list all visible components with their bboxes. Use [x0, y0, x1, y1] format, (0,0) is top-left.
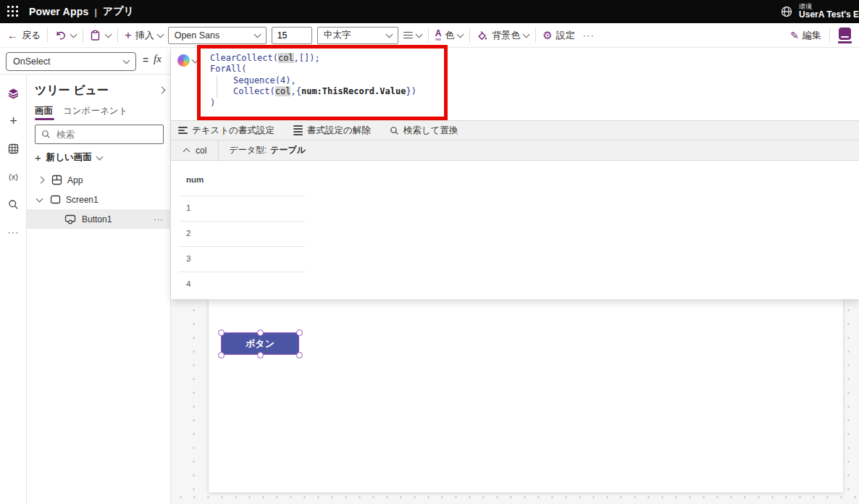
environment-icon: [780, 5, 793, 18]
edit-button[interactable]: ✎ 編集: [790, 29, 821, 42]
fill-chevron-icon: [523, 30, 530, 38]
resize-handle[interactable]: [296, 329, 303, 336]
new-screen-chevron-icon: [96, 153, 103, 160]
property-select[interactable]: OnSelect: [6, 52, 136, 71]
paste-chevron-icon[interactable]: [105, 30, 112, 38]
align-button[interactable]: [403, 32, 422, 39]
font-color-button[interactable]: A 色: [435, 29, 464, 42]
resize-handle[interactable]: [296, 352, 303, 358]
variables-rail-button[interactable]: (x): [0, 168, 27, 185]
clipboard-icon: [90, 30, 101, 41]
datatype-value: テーブル: [270, 144, 306, 156]
insert-button[interactable]: + 挿入: [125, 29, 162, 42]
canvas-area[interactable]: ボタン: [171, 299, 859, 504]
copilot-icon: [177, 54, 190, 67]
environment-picker[interactable]: 環境 UserA Test's E: [780, 3, 859, 20]
item-more-button[interactable]: ···: [154, 215, 164, 224]
copilot-button[interactable]: [177, 54, 198, 67]
command-toolbar: ← 戻る + 挿入 Open Sans: [0, 23, 859, 48]
canvas-grid-dots: [846, 303, 851, 502]
tab-screens[interactable]: 画面: [35, 105, 53, 117]
search-input[interactable]: [55, 129, 145, 140]
table-divider: [179, 196, 305, 196]
fill-color-label: 背景色: [492, 29, 520, 42]
more-icon: ···: [8, 227, 20, 238]
divider: [829, 28, 830, 43]
font-weight-value: 中太字: [324, 29, 351, 41]
search-rail-button[interactable]: [0, 196, 27, 213]
table-divider: [179, 246, 305, 247]
find-replace-label: 検索して置換: [403, 125, 458, 137]
plus-icon: +: [9, 114, 17, 129]
comments-badge[interactable]: [838, 28, 852, 43]
layers-icon: [7, 88, 20, 100]
tab-components[interactable]: コンポーネント: [63, 105, 127, 117]
font-family-select[interactable]: Open Sans: [168, 27, 267, 44]
divider: [47, 28, 48, 43]
divider: [218, 140, 219, 160]
table-divider: [179, 272, 305, 272]
data-grid-icon: [8, 143, 19, 154]
left-rail: + (x) ···: [0, 75, 27, 504]
brand-separator: |: [94, 7, 96, 17]
chevron-down-icon[interactable]: [36, 195, 43, 202]
undo-chevron-icon[interactable]: [70, 30, 77, 38]
edit-label: 編集: [803, 29, 821, 42]
table-row: 3: [186, 253, 190, 264]
resize-handle[interactable]: [257, 352, 264, 358]
active-tab-underline: [35, 118, 54, 120]
align-chevron-icon: [415, 30, 422, 38]
more-rail-button[interactable]: ···: [0, 223, 27, 240]
tree-item-screen1[interactable]: Screen1: [27, 190, 171, 209]
waffle-icon[interactable]: [7, 6, 19, 17]
tree-view-rail-button[interactable]: [0, 85, 27, 102]
panel-collapse-icon[interactable]: [159, 87, 166, 94]
screen-artboard[interactable]: [209, 299, 843, 492]
back-label: 戻る: [22, 29, 41, 42]
find-replace-button[interactable]: 検索して置換: [390, 125, 458, 137]
back-button[interactable]: ← 戻る: [7, 29, 41, 42]
annotation-highlight-box: [197, 45, 448, 120]
resize-handle[interactable]: [257, 329, 264, 336]
tree-item-label: App: [67, 175, 83, 185]
chevron-right-icon[interactable]: [38, 177, 45, 184]
divider: [83, 28, 83, 43]
tree-item-app[interactable]: App: [27, 170, 171, 190]
new-screen-button[interactable]: + 新しい画面: [35, 151, 102, 164]
tree-item-button1[interactable]: Button1 ···: [27, 209, 171, 229]
paint-bucket-icon: [477, 30, 488, 41]
table-row: 1: [186, 202, 190, 214]
tree-view-title: ツリー ビュー: [35, 83, 109, 98]
clear-format-label: 書式設定の解除: [307, 125, 371, 137]
tree-item-label: Screen1: [66, 195, 99, 205]
powerapps-studio: Power Apps | アプリ 環境 UserA Test's E ← 戻る: [0, 0, 859, 504]
insert-label: 挿入: [135, 29, 154, 42]
format-text-button[interactable]: テキストの書式設定: [178, 125, 275, 137]
undo-button[interactable]: [54, 30, 66, 41]
fill-color-button[interactable]: 背景色: [477, 29, 529, 42]
datatype-label: データ型:: [229, 144, 267, 156]
tree-item-label: Button1: [82, 214, 112, 224]
align-icon: [403, 32, 413, 39]
canvas-grid-dots: [174, 495, 856, 500]
table-row: 2: [186, 227, 190, 239]
property-chevron-icon: [123, 57, 130, 64]
font-weight-select[interactable]: 中太字: [317, 27, 398, 44]
resize-handle[interactable]: [218, 352, 225, 358]
data-rail-button[interactable]: [0, 140, 27, 157]
resize-handle[interactable]: [218, 329, 225, 336]
clear-format-button[interactable]: 書式設定の解除: [293, 125, 371, 137]
font-size-input[interactable]: [272, 27, 312, 44]
settings-button[interactable]: ⚙ 設定: [542, 29, 574, 42]
toolbar-overflow-button[interactable]: ···: [583, 30, 595, 41]
tree-search-box[interactable]: [35, 125, 164, 144]
new-screen-label: 新しい画面: [46, 151, 92, 164]
equals-sign: =: [143, 54, 148, 66]
collapse-up-icon[interactable]: [183, 148, 190, 155]
property-value: OnSelect: [13, 56, 50, 67]
insert-rail-button[interactable]: +: [0, 112, 27, 130]
paste-button[interactable]: [90, 30, 101, 41]
brand-title: Power Apps: [29, 6, 88, 17]
app-name: アプリ: [103, 5, 135, 18]
weight-chevron-icon: [385, 30, 393, 38]
